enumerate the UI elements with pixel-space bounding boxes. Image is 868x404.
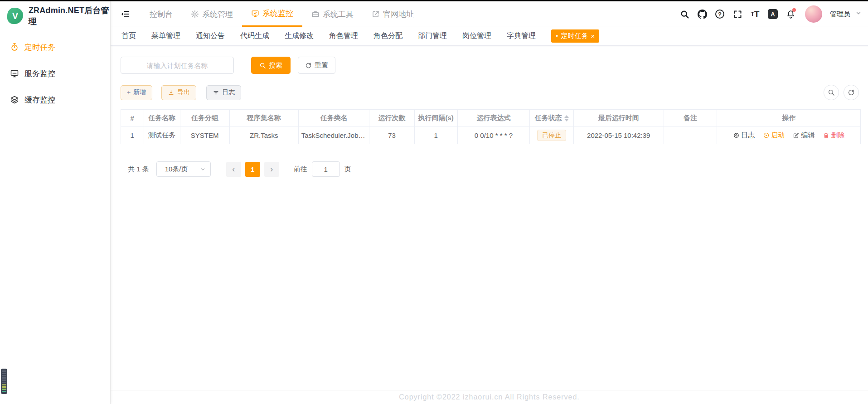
cell-interval: 1 (414, 127, 457, 144)
tab-generation-edit[interactable]: 生成修改 (285, 31, 314, 41)
column-header-class: 任务类名 (298, 110, 369, 127)
cell-cron: 0 0/10 * * * ? (457, 127, 530, 144)
toolbox-icon (311, 10, 320, 18)
goto-page-input[interactable] (312, 161, 340, 177)
search-icon (828, 89, 835, 96)
add-button[interactable]: + 新增 (121, 85, 152, 100)
nav-item-system-management[interactable]: 系统管理 (182, 1, 242, 27)
sort-icon[interactable] (564, 115, 569, 122)
nav-item-system-monitor[interactable]: 系统监控 (242, 1, 302, 27)
tab-department-management[interactable]: 部门管理 (418, 31, 447, 41)
column-header-last-run: 最后运行时间 (573, 110, 664, 127)
tab-home[interactable]: 首页 (121, 31, 136, 41)
font-size-button[interactable]: TT (748, 7, 762, 21)
column-header-status[interactable]: 任务状态 (530, 110, 573, 127)
mini-equalizer-widget[interactable] (1, 369, 7, 394)
copyright-text: Copyright ©2022 izhaorui.cn All Rights R… (399, 393, 580, 401)
table-tools (824, 85, 861, 100)
avatar[interactable] (805, 5, 822, 23)
sidebar-item-service-monitor[interactable]: 服务监控 (0, 60, 110, 87)
column-header-actions: 操作 (717, 110, 861, 127)
fullscreen-button[interactable] (731, 7, 744, 21)
tab-label: 定时任务 (561, 32, 588, 40)
nav-item-console[interactable]: 控制台 (141, 1, 182, 27)
row-log-button[interactable]: 日志 (733, 131, 755, 140)
header-search-button[interactable] (678, 7, 691, 21)
task-name-input[interactable] (121, 57, 234, 74)
refresh-icon (848, 89, 855, 96)
tab-role-management[interactable]: 角色管理 (329, 31, 358, 41)
page-size-select[interactable]: 10条/页 (156, 161, 211, 177)
question-icon: ? (715, 10, 724, 19)
user-menu-button[interactable] (855, 10, 862, 18)
plus-icon: + (127, 89, 131, 96)
cell-run-count: 73 (369, 127, 415, 144)
github-button[interactable] (695, 7, 709, 21)
sidebar-item-cache-monitor[interactable]: 缓存监控 (0, 87, 110, 113)
sidebar-fold-button[interactable] (119, 8, 131, 20)
search-icon (259, 62, 266, 69)
tab-post-management[interactable]: 岗位管理 (462, 31, 491, 41)
footer: Copyright ©2022 izhaorui.cn All Rights R… (111, 390, 868, 404)
goto-label: 前往 (294, 165, 307, 174)
notification-badge (792, 8, 796, 12)
translate-button[interactable]: A (766, 7, 780, 21)
column-header-run-count: 运行次数 (369, 110, 415, 127)
timer-icon (10, 43, 19, 52)
user-name[interactable]: 管理员 (830, 10, 850, 19)
chevron-left-icon: ‹ (232, 165, 235, 174)
column-header-task-group: 任务分组 (180, 110, 229, 127)
close-icon[interactable]: × (591, 33, 595, 39)
cell-actions: 日志 启动 编辑 (717, 127, 861, 144)
sidebar-item-label: 服务监控 (24, 68, 55, 79)
refresh-table-button[interactable] (844, 85, 859, 100)
edit-icon (793, 132, 800, 139)
sidebar-item-scheduled-tasks[interactable]: 定时任务 (0, 34, 110, 60)
tab-notice[interactable]: 通知公告 (196, 31, 225, 41)
cell-remark (664, 127, 717, 144)
page-unit-label: 页 (344, 165, 351, 174)
screen-icon (251, 10, 259, 18)
prev-page-button[interactable]: ‹ (226, 162, 241, 177)
reset-button[interactable]: 重置 (298, 57, 335, 74)
table-row[interactable]: 1 测试任务 SYSTEM ZR.Tasks TaskScheduler.Job… (121, 127, 861, 144)
chevron-right-icon: › (270, 165, 273, 174)
log-button[interactable]: 日志 (206, 85, 241, 100)
tab-dict-management[interactable]: 字典管理 (507, 31, 536, 41)
show-search-button[interactable] (824, 85, 839, 100)
row-start-button[interactable]: 启动 (763, 131, 785, 140)
gear-icon (191, 10, 199, 18)
sidebar-item-label: 定时任务 (24, 42, 55, 53)
nav-item-official-site[interactable]: 官网地址 (363, 1, 423, 27)
pagination: 共 1 条 10条/页 ‹ 1 › 前往 页 (121, 161, 861, 177)
notification-button[interactable] (784, 7, 797, 21)
github-icon (698, 10, 707, 19)
tab-code-generation[interactable]: 代码生成 (240, 31, 269, 41)
tasks-table: # 任务名称 任务分组 程序集名称 任务类名 运行次数 执行间隔(s) 运行表达… (121, 109, 861, 144)
row-edit-button[interactable]: 编辑 (793, 131, 815, 140)
font-size-big-icon: T (754, 10, 760, 19)
tab-scheduled-tasks[interactable]: ● 定时任务 × (551, 29, 599, 43)
row-delete-button[interactable]: 删除 (823, 131, 844, 140)
search-button[interactable]: 搜索 (251, 57, 291, 74)
top-navbar: 控制台 系统管理 系统监控 系统工具 官网 (111, 1, 868, 27)
column-header-assembly: 程序集名称 (229, 110, 298, 127)
page-number-1[interactable]: 1 (245, 162, 260, 177)
column-header-task-name: 任务名称 (144, 110, 180, 127)
cell-task-name: 测试任务 (144, 127, 180, 144)
nav-item-label: 系统管理 (202, 9, 233, 19)
cell-index: 1 (121, 127, 144, 144)
next-page-button[interactable]: › (264, 162, 279, 177)
nav-item-system-tools[interactable]: 系统工具 (302, 1, 363, 27)
sidebar-menu: 定时任务 服务监控 缓存监控 (0, 34, 110, 113)
column-header-index: # (121, 110, 144, 127)
app-logo-row[interactable]: V ZRAdmin.NET后台管理 (0, 1, 110, 30)
play-circle-icon (763, 132, 770, 139)
navbar-right-tools: ? TT A (678, 1, 862, 27)
export-button[interactable]: 导出 (161, 85, 196, 100)
search-form: 搜索 重置 (121, 57, 861, 74)
tab-menu-management[interactable]: 菜单管理 (151, 31, 180, 41)
tab-role-assignment[interactable]: 角色分配 (373, 31, 402, 41)
help-button[interactable]: ? (713, 7, 727, 21)
active-dot-icon: ● (556, 34, 558, 38)
